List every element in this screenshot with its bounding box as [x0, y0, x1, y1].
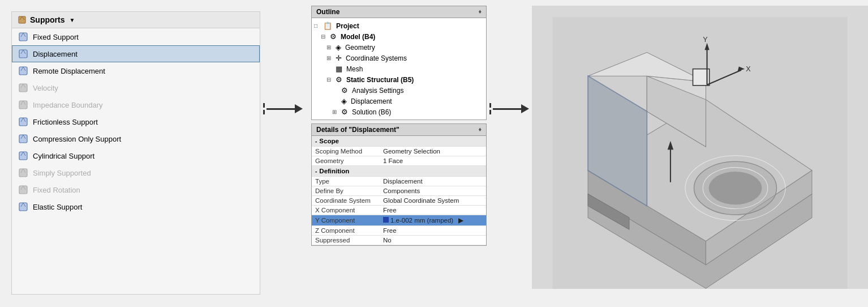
svg-text:X: X [746, 65, 751, 73]
outline-pin[interactable]: ♦ [478, 8, 482, 16]
tree-item-3[interactable]: ⊞ ✛ Coordinate Systems [312, 53, 486, 63]
menu-item-elastic-support[interactable]: Elastic Support [12, 198, 260, 215]
tree-item-2[interactable]: ⊞ ◈ Geometry [312, 42, 486, 53]
svg-text:Y: Y [703, 36, 708, 44]
tree-icon-6: ⚙ [341, 86, 348, 95]
arrow-2-shape [489, 102, 529, 116]
details-val-4[interactable]: 1.e-002 mm (ramped) ▶ [380, 215, 486, 226]
tree-expand-8[interactable]: ⊞ [332, 109, 339, 115]
tree-label-5: Static Structural (B5) [346, 76, 414, 84]
outline-panel: Outline ♦ □ 📋 Project ⊟ ⚙ Model (B4) ⊞ ◈… [311, 6, 487, 120]
svg-point-45 [709, 172, 762, 204]
menu-label-velocity: Velocity [33, 84, 58, 92]
details-key-1: Define By [312, 186, 380, 196]
svg-rect-33 [19, 203, 27, 211]
menu-label-fixed-support: Fixed Support [33, 33, 79, 41]
details-key-6: Suppressed [312, 236, 380, 245]
details-val-0: Displacement [380, 177, 486, 186]
tree-item-8[interactable]: ⊞ ⚙ Solution (B6) [312, 106, 486, 117]
svg-rect-0 [19, 16, 25, 23]
svg-rect-27 [19, 169, 27, 177]
tree-icon-8: ⚙ [341, 108, 348, 116]
menu-icon-fixed-rotation [18, 185, 28, 195]
supports-menu-panel: Supports ▼ Fixed Support Displacement Re… [11, 11, 260, 295]
tree-item-0[interactable]: □ 📋 Project [312, 20, 486, 31]
details-key-0: Scoping Method [312, 147, 380, 156]
svg-rect-9 [19, 67, 27, 75]
svg-rect-15 [19, 101, 27, 109]
supports-header[interactable]: Supports ▼ [12, 12, 260, 28]
tree-expand-5[interactable]: ⊟ [326, 76, 333, 83]
tree-icon-2: ◈ [336, 43, 341, 52]
details-key-3: X Component [312, 206, 380, 215]
svg-rect-21 [19, 135, 27, 143]
menu-item-remote-displacement[interactable]: Remote Displacement [12, 62, 260, 79]
arrow-1-head [295, 104, 303, 113]
tree-label-7: Displacement [351, 97, 392, 105]
menu-label-displacement: Displacement [33, 50, 78, 58]
menu-item-displacement[interactable]: Displacement [12, 45, 260, 62]
arrow-2-stem [493, 108, 521, 110]
menu-item-velocity[interactable]: Velocity [12, 79, 260, 96]
details-key-4: Y Component [312, 215, 380, 226]
section-header-definition: -Definition [312, 166, 486, 177]
menu-item-fixed-rotation[interactable]: Fixed Rotation [12, 181, 260, 198]
middle-panel: Outline ♦ □ 📋 Project ⊟ ⚙ Model (B4) ⊞ ◈… [311, 6, 487, 246]
menu-icon-frictionless-support [18, 117, 28, 127]
outline-tree: □ 📋 Project ⊟ ⚙ Model (B4) ⊞ ◈ Geometry … [312, 18, 486, 120]
menu-label-cylindrical-support: Cylindrical Support [33, 152, 94, 160]
menu-item-frictionless-support[interactable]: Frictionless Support [12, 113, 260, 130]
y-component-icon [383, 217, 389, 223]
details-row-definition-3: X Component Free [312, 206, 486, 215]
tree-label-4: Mesh [346, 65, 363, 73]
menu-item-compression-only[interactable]: Compression Only Support [12, 130, 260, 147]
menu-icon-fixed-support [18, 32, 28, 42]
details-row-scope-1: Geometry 1 Face [312, 156, 486, 166]
arrow-2 [487, 102, 532, 116]
section-header-scope: -Scope [312, 136, 486, 147]
menu-icon-simply-supported [18, 168, 28, 178]
3d-model-svg: Y X [532, 17, 868, 289]
tree-item-5[interactable]: ⊟ ⚙ Static Structural (B5) [312, 74, 486, 85]
svg-rect-12 [19, 84, 27, 92]
svg-rect-30 [19, 186, 27, 194]
menu-item-simply-supported[interactable]: Simply Supported [12, 164, 260, 181]
menu-icon-cylindrical-support [18, 151, 28, 161]
menu-item-cylindrical-support[interactable]: Cylindrical Support [12, 147, 260, 164]
tree-expand-0[interactable]: □ [314, 23, 321, 29]
details-row-definition-5: Z Component Free [312, 226, 486, 236]
menu-item-impedance-boundary[interactable]: Impedance Boundary [12, 96, 260, 113]
details-val-0: Geometry Selection [380, 147, 486, 156]
details-row-definition-4: Y Component 1.e-002 mm (ramped) ▶ [312, 215, 486, 226]
menu-label-impedance-boundary: Impedance Boundary [33, 101, 103, 109]
tree-item-1[interactable]: ⊟ ⚙ Model (B4) [312, 31, 486, 42]
details-table: -Scope Scoping Method Geometry Selection… [312, 136, 486, 245]
details-key-2: Coordinate System [312, 196, 380, 206]
menu-item-fixed-support[interactable]: Fixed Support [12, 28, 260, 45]
tree-item-7: ◈ Displacement [312, 96, 486, 106]
tree-label-0: Project [336, 22, 359, 30]
details-val-6: No [380, 236, 486, 245]
tree-icon-4: ▦ [336, 65, 342, 73]
tree-expand-3[interactable]: ⊞ [326, 55, 333, 61]
menu-icon-impedance-boundary [18, 100, 28, 110]
arrow-2-head [521, 104, 529, 113]
supports-dropdown-arrow[interactable]: ▼ [69, 17, 75, 23]
details-val-1: Components [380, 186, 486, 196]
details-row-definition-0: Type Displacement [312, 177, 486, 186]
outline-title-bar: Outline ♦ [312, 6, 486, 18]
tree-item-6: ⚙ Analysis Settings [312, 85, 486, 96]
arrow-1 [260, 102, 306, 116]
details-pin[interactable]: ♦ [478, 126, 482, 134]
tree-label-6: Analysis Settings [352, 87, 403, 95]
supports-header-icon [18, 15, 27, 24]
tree-expand-2[interactable]: ⊞ [326, 44, 333, 50]
menu-label-simply-supported: Simply Supported [33, 169, 91, 177]
details-row-scope-0: Scoping Method Geometry Selection [312, 147, 486, 156]
details-val-3: Free [380, 206, 486, 215]
details-val-2: Global Coordinate System [380, 196, 486, 206]
tree-expand-1[interactable]: ⊟ [321, 33, 328, 40]
supports-header-label: Supports [30, 15, 65, 24]
menu-label-elastic-support: Elastic Support [33, 203, 82, 211]
details-val-5: Free [380, 226, 486, 236]
